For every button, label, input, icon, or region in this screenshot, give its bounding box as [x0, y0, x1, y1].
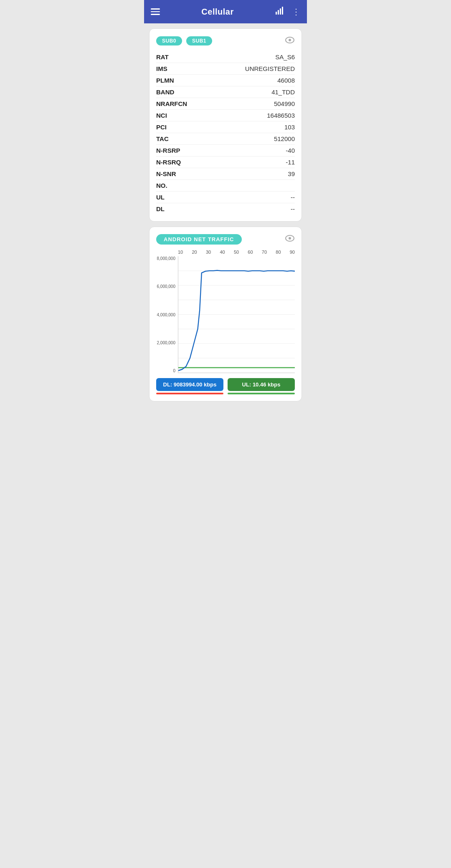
x-label: 60: [248, 250, 253, 255]
row-label: N-SNR: [156, 170, 176, 177]
chart-y-labels: 8,000,0006,000,0004,000,0002,000,0000: [156, 256, 178, 373]
x-label: 30: [206, 250, 211, 255]
ul-progress-bar: [228, 393, 295, 394]
table-row: PCI103: [156, 121, 295, 133]
row-value: 103: [284, 124, 295, 131]
sub1-badge[interactable]: SUB1: [186, 36, 212, 45]
table-row: NCI16486503: [156, 110, 295, 121]
main-content: SUB0 SUB1 RATSA_S6IMSUNREGISTEREDPLMN460…: [144, 23, 307, 406]
svg-rect-3: [282, 7, 283, 15]
table-row: N-RSRP-40: [156, 145, 295, 156]
x-label: 90: [290, 250, 295, 255]
row-value: 16486503: [267, 112, 295, 119]
table-row: PLMN46008: [156, 75, 295, 86]
chart-area: 102030405060708090 8,000,0006,000,0004,0…: [156, 250, 295, 373]
table-row: NRARFCN504990: [156, 98, 295, 110]
traffic-card: ANDROID NET TRAFFIC 102030405060708090 8…: [149, 227, 302, 401]
table-row: RATSA_S6: [156, 51, 295, 63]
table-row: BAND41_TDD: [156, 86, 295, 98]
svg-rect-0: [276, 12, 277, 15]
x-label: 50: [234, 250, 239, 255]
x-label: 20: [192, 250, 197, 255]
row-value: 46008: [277, 77, 295, 84]
signal-icon[interactable]: [275, 7, 284, 17]
row-value: -40: [286, 147, 295, 154]
dl-badge: DL: 9083994.00 kbps: [156, 378, 223, 391]
row-label: TAC: [156, 135, 169, 142]
svg-rect-2: [280, 8, 281, 15]
table-row: NO.: [156, 180, 295, 192]
row-value: 504990: [274, 100, 295, 107]
menu-icon[interactable]: [151, 8, 160, 15]
table-row: TAC512000: [156, 133, 295, 145]
svg-point-5: [289, 39, 291, 41]
row-label: NO.: [156, 182, 167, 189]
row-label: N-RSRQ: [156, 159, 181, 166]
row-value: SA_S6: [275, 53, 295, 61]
x-label: 10: [178, 250, 183, 255]
topbar: Cellular ⋮: [144, 0, 307, 23]
y-label: 0: [173, 368, 175, 373]
row-label: PLMN: [156, 77, 174, 84]
visibility-toggle-icon[interactable]: [285, 35, 295, 46]
sub-badges: SUB0 SUB1: [156, 36, 212, 45]
row-value: 39: [288, 170, 295, 177]
row-value: 512000: [274, 135, 295, 142]
row-label: DL: [156, 205, 165, 212]
table-row: N-SNR39: [156, 168, 295, 180]
svg-rect-1: [278, 10, 279, 15]
y-label: 6,000,000: [157, 284, 176, 289]
table-row: IMSUNREGISTERED: [156, 63, 295, 75]
chart-svg-container: [178, 256, 295, 373]
cellular-info-card: SUB0 SUB1 RATSA_S6IMSUNREGISTEREDPLMN460…: [149, 28, 302, 222]
traffic-title-badge: ANDROID NET TRAFFIC: [156, 234, 242, 245]
table-row: UL--: [156, 192, 295, 203]
progress-bar-row: [156, 393, 295, 394]
row-value: -11: [286, 159, 295, 166]
more-options-icon[interactable]: ⋮: [292, 7, 300, 17]
chart-svg: [178, 256, 295, 373]
table-row: DL--: [156, 203, 295, 214]
card-header: SUB0 SUB1: [156, 35, 295, 46]
y-label: 2,000,000: [157, 341, 176, 345]
y-label: 8,000,000: [157, 256, 176, 261]
svg-point-7: [289, 237, 291, 240]
chart-x-labels: 102030405060708090: [156, 250, 295, 256]
x-label: 80: [276, 250, 281, 255]
row-label: UL: [156, 194, 165, 201]
row-label: NCI: [156, 112, 167, 119]
row-label: IMS: [156, 65, 167, 72]
row-value: --: [291, 205, 295, 212]
row-label: RAT: [156, 53, 169, 61]
table-row: N-RSRQ-11: [156, 156, 295, 168]
chart-bottom-row: DL: 9083994.00 kbps UL: 10.46 kbps: [156, 378, 295, 391]
x-label: 40: [220, 250, 225, 255]
y-label: 4,000,000: [157, 313, 176, 317]
row-value: 41_TDD: [271, 88, 295, 96]
row-label: PCI: [156, 124, 167, 131]
row-value: --: [291, 194, 295, 201]
info-rows: RATSA_S6IMSUNREGISTEREDPLMN46008BAND41_T…: [156, 51, 295, 214]
row-label: NRARFCN: [156, 100, 187, 107]
dl-progress-bar: [156, 393, 223, 394]
row-label: N-RSRP: [156, 147, 180, 154]
traffic-visibility-toggle-icon[interactable]: [285, 234, 295, 245]
topbar-actions: ⋮: [275, 7, 300, 17]
x-label: 70: [262, 250, 267, 255]
sub0-badge[interactable]: SUB0: [156, 36, 182, 45]
chart-body: 8,000,0006,000,0004,000,0002,000,0000: [156, 256, 295, 373]
row-value: UNREGISTERED: [245, 65, 295, 72]
row-label: BAND: [156, 88, 174, 96]
ul-badge: UL: 10.46 kbps: [228, 378, 295, 391]
traffic-card-header: ANDROID NET TRAFFIC: [156, 234, 295, 245]
page-title: Cellular: [201, 7, 233, 17]
